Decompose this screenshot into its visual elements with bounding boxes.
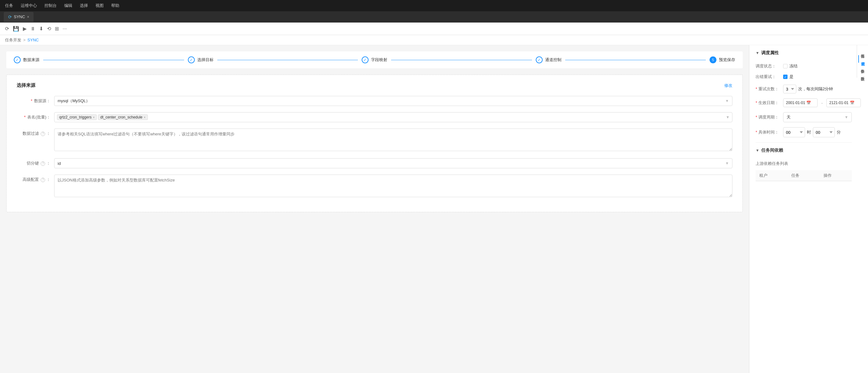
menu-item-console[interactable]: 控制台: [44, 3, 57, 8]
split-control: id ▼: [54, 158, 733, 168]
time-value: 00 01 06 12 时 00 15 30 45 分: [783, 127, 852, 137]
toolbar-layout-icon[interactable]: ⊞: [55, 26, 59, 32]
right-panel: ▼ 调度属性 调度状态： 冻结 出错重试： ✓ 是: [749, 45, 868, 373]
far-tab-schedule-depend[interactable]: 调度依赖: [858, 55, 867, 63]
form-card-header: 选择来源 修改: [17, 82, 733, 88]
depend-toggle-icon[interactable]: ▼: [755, 148, 760, 153]
datasource-label: * 数据源：: [17, 96, 54, 106]
step-2-label: 选择目标: [197, 57, 214, 63]
period-label: * 调度周期：: [755, 114, 781, 120]
form-card-title: 选择来源: [17, 82, 35, 88]
calendar-end-icon: 📅: [850, 101, 855, 105]
form-card: 选择来源 修改 * 数据源： mysql（MySQL） ▼: [6, 75, 743, 212]
upstream-label: 上游依赖任务列表: [755, 161, 852, 167]
period-row: * 调度周期： 天 ▼: [755, 112, 852, 122]
advanced-help-icon[interactable]: ?: [41, 178, 45, 182]
date-end-input[interactable]: 2121-01-01 📅: [826, 98, 861, 107]
sync-tab-icon: ⟳: [8, 15, 12, 20]
depend-table: 租户 任务 操作: [755, 170, 852, 181]
modify-button[interactable]: 修改: [724, 83, 733, 88]
menu-item-help[interactable]: 帮助: [111, 3, 119, 8]
filter-label: 数据过滤 ? ：: [17, 128, 54, 139]
freeze-checkbox[interactable]: [783, 64, 787, 68]
depend-section-title: 任务间依赖: [761, 148, 783, 153]
top-menubar: 任务 运维中心 控制台 编辑 选择 视图 帮助: [0, 0, 868, 11]
toolbar-run-icon[interactable]: ▶: [23, 26, 27, 32]
far-tab-task-params[interactable]: 任务参数: [859, 63, 866, 70]
advanced-row: 高级配置 ? ：: [17, 175, 733, 198]
tag-1-close-icon[interactable]: ×: [93, 116, 95, 119]
step-3-label: 字段映射: [371, 57, 388, 63]
toolbar: ⟳ 💾 ▶ ⏸ ⬇ ⟲ ⊞ ···: [0, 23, 868, 35]
datasource-row: * 数据源： mysql（MySQL） ▼: [17, 96, 733, 106]
step-1-label: 数据来源: [23, 57, 39, 63]
step-5-circle: 5: [710, 56, 716, 63]
step-5: 5 预览保存: [710, 56, 735, 63]
retry-yes-label: 是: [789, 74, 794, 80]
hour-select[interactable]: 00 01 06 12: [783, 127, 805, 137]
retry-count-row: * 重试次数： 3 1 2 5 次，每次间隔2分钟: [755, 85, 852, 93]
far-tab-env-params[interactable]: 环境参数: [859, 70, 866, 78]
retries-select[interactable]: 3 1 2 5: [783, 85, 796, 93]
retries-value: 3 1 2 5 次，每次间隔2分钟: [783, 85, 852, 93]
schedule-section-header: ▼ 调度属性: [755, 50, 852, 58]
right-panel-inner: ▼ 调度属性 调度状态： 冻结 出错重试： ✓ 是: [749, 45, 868, 186]
step-3-circle: ✓: [362, 56, 369, 63]
menu-item-view[interactable]: 视图: [95, 3, 104, 8]
table-arrow-icon: ▼: [726, 115, 730, 119]
col-task: 任务: [787, 170, 819, 181]
table-label: * 表名(批量)：: [17, 112, 54, 122]
tag-2-close-icon[interactable]: ×: [144, 116, 146, 119]
menu-item-task[interactable]: 任务: [5, 3, 13, 8]
tab-close-button[interactable]: ×: [27, 15, 29, 19]
period-value: 天 ▼: [783, 112, 852, 122]
calendar-start-icon: 📅: [806, 101, 811, 105]
datasource-select[interactable]: mysql（MySQL） ▼: [54, 96, 733, 106]
period-dropdown[interactable]: 天 ▼: [783, 112, 852, 122]
toolbar-refresh-icon[interactable]: ⟳: [5, 26, 9, 32]
toolbar-save-icon[interactable]: 💾: [13, 26, 19, 32]
menu-item-edit[interactable]: 编辑: [64, 3, 72, 8]
filter-row: 数据过滤 ? ：: [17, 128, 733, 152]
far-tab-task-props[interactable]: 任务属性: [859, 48, 866, 55]
tab-sync[interactable]: ⟳ SYNC ×: [4, 12, 33, 22]
breadcrumb-parent[interactable]: 任务开发: [5, 37, 21, 43]
status-value: 冻结: [783, 63, 852, 69]
toolbar-more-icon[interactable]: ···: [63, 26, 67, 32]
col-tenant: 租户: [755, 170, 787, 181]
step-1: ✓ 数据来源: [14, 56, 39, 63]
toolbar-undo-icon[interactable]: ⟲: [47, 26, 51, 32]
toolbar-download-icon[interactable]: ⬇: [39, 26, 43, 32]
schedule-toggle-icon[interactable]: ▼: [755, 51, 760, 55]
advanced-textarea[interactable]: [54, 175, 733, 197]
step-1-circle: ✓: [14, 56, 21, 63]
tab-bar: ⟳ SYNC ×: [0, 11, 868, 23]
retries-label: * 重试次数：: [755, 86, 781, 92]
minute-unit-label: 分: [837, 130, 841, 135]
hour-unit-label: 时: [807, 130, 811, 135]
effective-date-row: * 生效日期： 2001-01-01 📅 - 2121-01-01 📅: [755, 98, 852, 107]
schedule-section-title: 调度属性: [761, 50, 779, 56]
minute-select[interactable]: 00 15 30 45: [813, 127, 835, 137]
filter-help-icon[interactable]: ?: [41, 132, 45, 136]
schedule-status-row: 调度状态： 冻结: [755, 63, 852, 69]
breadcrumb: 任务开发 > SYNC: [0, 35, 868, 45]
retry-checkbox[interactable]: ✓: [783, 75, 787, 79]
breadcrumb-current: SYNC: [28, 38, 39, 42]
step-3: ✓ 字段映射: [362, 56, 388, 63]
filter-textarea[interactable]: [54, 128, 733, 151]
table-tag-input[interactable]: qrtz2_cron_triggers × dt_center_cron_sch…: [54, 112, 733, 122]
step-5-label: 预览保存: [719, 57, 735, 63]
date-start-input[interactable]: 2001-01-01 📅: [783, 98, 817, 107]
table-control: qrtz2_cron_triggers × dt_center_cron_sch…: [54, 112, 733, 122]
effective-label: * 生效日期：: [755, 100, 781, 106]
depend-section-header: ▼ 任务间依赖: [755, 148, 852, 156]
retries-suffix: 次，每次间隔2分钟: [798, 86, 833, 92]
toolbar-pause-icon[interactable]: ⏸: [30, 26, 35, 32]
split-row: 切分键 ? ： id ▼: [17, 158, 733, 168]
menu-item-ops[interactable]: 运维中心: [21, 3, 37, 8]
far-right-tabs: 任务属性 调度依赖 任务参数 环境参数: [857, 45, 868, 78]
menu-item-select[interactable]: 选择: [80, 3, 88, 8]
split-select[interactable]: id ▼: [54, 158, 733, 168]
split-help-icon[interactable]: ?: [41, 162, 45, 166]
